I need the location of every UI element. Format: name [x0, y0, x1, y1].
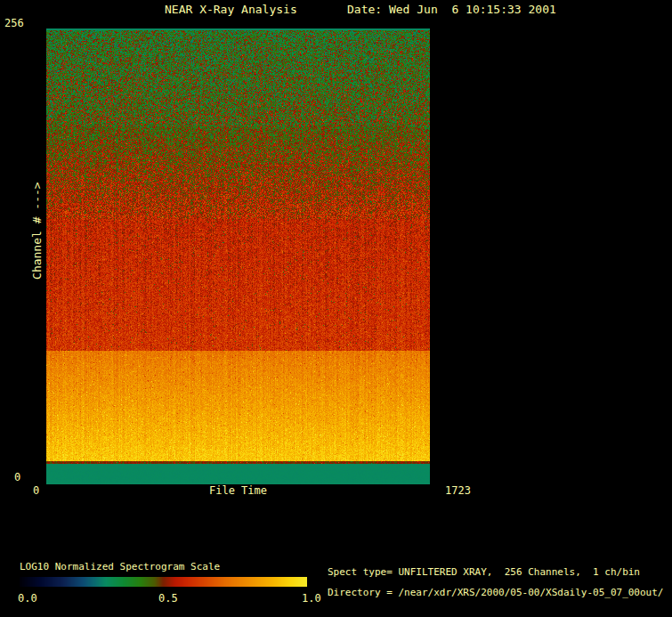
directory-path: Directory = /near/xdr/XRS/2000/05-00/XSd…: [328, 588, 664, 598]
colorbar-title: LOG10 Normalized Spectrogram Scale: [20, 562, 220, 572]
spect-type-info: Spect type= UNFILTERED XRAY, 256 Channel…: [328, 567, 640, 578]
colorbar-tick-min: 0.0: [18, 593, 37, 605]
page-title: NEAR X-Ray Analysis: [165, 4, 297, 16]
x-axis-max-label: 1723: [445, 485, 471, 497]
colorbar-tick-max: 1.0: [302, 593, 321, 605]
x-axis-title: File Time: [46, 485, 430, 497]
date-label: Date: Wed Jun 6 10:15:33 2001: [347, 4, 556, 16]
spectrogram-canvas: [46, 28, 430, 484]
y-axis-max-label: 256: [4, 18, 24, 29]
near-xray-analysis-window: NEAR X-Ray Analysis Date: Wed Jun 6 10:1…: [0, 0, 672, 617]
x-axis-min-label: 0: [33, 485, 39, 497]
y-axis-min-label: 0: [14, 472, 20, 483]
colorbar-tick-mid: 0.5: [158, 593, 178, 605]
colorbar-canvas: [20, 577, 307, 587]
y-axis-title: Channel # --->: [31, 177, 44, 284]
